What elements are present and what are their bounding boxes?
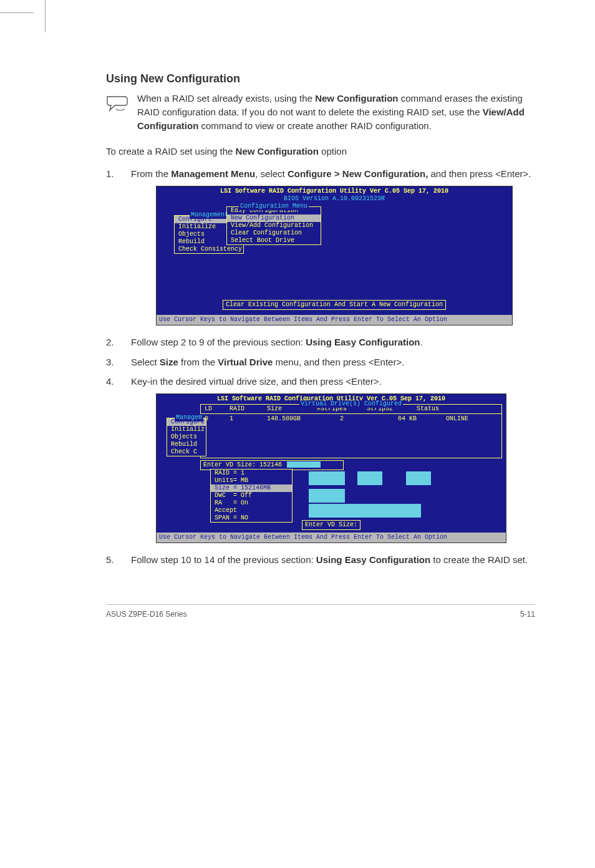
menu-title: Management bbox=[190, 211, 230, 219]
vd-table-header: Virtual Drive(s) Configured LD RAID Size… bbox=[200, 404, 502, 414]
bios-hint: Clear Existing Configuration And Start A… bbox=[223, 300, 446, 310]
prop-ra: RA = On bbox=[211, 499, 292, 507]
cfg-item-clear[interactable]: Clear Configuration bbox=[227, 229, 321, 237]
note-text: When a RAID set already exists, using th… bbox=[137, 92, 535, 132]
bios-screenshot-1: LSI Software RAID Configuration Utility … bbox=[156, 186, 513, 326]
step-4: Key-in the desired virtual drive size, a… bbox=[106, 375, 535, 543]
bios-footer-hint: Use Cursor Keys to Navigate Between Item… bbox=[157, 533, 506, 542]
step-2: Follow step 2 to 9 of the previous secti… bbox=[106, 335, 535, 349]
step-3: Select Size from the Virtual Drive menu,… bbox=[106, 355, 535, 369]
step-5: Follow step 10 to 14 of the previous sec… bbox=[106, 553, 535, 567]
menu-item-check-consistency[interactable]: Check Consistency bbox=[175, 246, 243, 253]
col-raid: RAID bbox=[230, 405, 267, 413]
note-block: When a RAID set already exists, using th… bbox=[106, 92, 535, 132]
vd-table-body: 0 1 148.580GB 2 64 KB ONLINE bbox=[200, 414, 502, 458]
prop-units: Units= MB bbox=[211, 477, 292, 485]
step-1: From the Management Menu, select Configu… bbox=[106, 167, 535, 326]
page-number: 5-11 bbox=[520, 610, 535, 619]
vd-properties: RAID = 1 Units= MB Size = 152146MB DWC =… bbox=[210, 469, 293, 523]
bios-footer-hint: Use Cursor Keys to Navigate Between Item… bbox=[157, 315, 512, 325]
prop-dwc: DWC = Off bbox=[211, 492, 292, 499]
cfg-item-view-add[interactable]: View/Add Configuration bbox=[227, 222, 321, 229]
vd-table-title: Virtual Drive(s) Configured bbox=[299, 400, 403, 408]
prop-accept[interactable]: Accept bbox=[211, 507, 292, 514]
menu-item-check[interactable]: Check C bbox=[167, 448, 206, 456]
page-footer: ASUS Z9PE-D16 Series 5-11 bbox=[106, 604, 535, 619]
menu-item-objects[interactable]: Objects bbox=[167, 433, 206, 441]
management-menu-cut: Managem Configure Initializ Objects Rebu… bbox=[167, 418, 206, 456]
cfg-item-select-boot[interactable]: Select Boot Drive bbox=[227, 237, 321, 244]
menu-title: Configuration Menu bbox=[239, 203, 309, 210]
section-heading: Using New Configuration bbox=[106, 72, 535, 85]
table-row: 0 1 148.580GB 2 64 KB ONLINE bbox=[201, 414, 501, 424]
prop-size[interactable]: Size = 152146MB bbox=[211, 485, 292, 492]
menu-title: Managem bbox=[175, 414, 203, 422]
bios-hint: Enter VD Size: bbox=[302, 520, 360, 530]
menu-item-rebuild[interactable]: Rebuild bbox=[167, 441, 206, 448]
bios-version: BIOS Version A.10.09231523R bbox=[157, 195, 512, 203]
prop-raid: RAID = 1 bbox=[211, 470, 292, 477]
bios-screenshot-2: LSI Software RAID Configuration Utility … bbox=[156, 393, 506, 543]
note-icon bbox=[106, 95, 128, 115]
product-name: ASUS Z9PE-D16 Series bbox=[106, 610, 186, 619]
bios-title: LSI Software RAID Configuration Utility … bbox=[157, 188, 512, 195]
configuration-menu: Configuration Menu Easy Configuration Ne… bbox=[226, 206, 321, 245]
input-cursor-block bbox=[287, 461, 321, 468]
intro-paragraph: To create a RAID set using the New Confi… bbox=[106, 145, 535, 158]
col-status: Status bbox=[417, 405, 498, 413]
col-ld: LD bbox=[205, 405, 230, 413]
cfg-item-new[interactable]: New Configuration bbox=[227, 215, 321, 222]
menu-item-initialize[interactable]: Initializ bbox=[167, 426, 206, 433]
